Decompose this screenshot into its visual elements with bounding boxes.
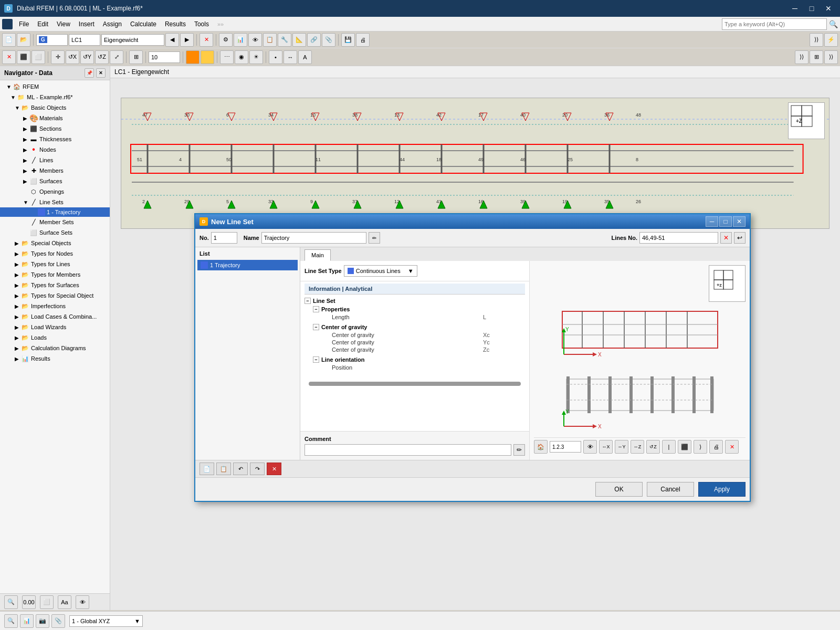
prev-tb-box[interactable]: ⬛ [678, 440, 691, 454]
nav-types-surfaces[interactable]: ▶ 📂 Types for Surfaces [0, 280, 110, 290]
tb2-scale[interactable]: ⤢ [110, 50, 123, 64]
dtb-redo[interactable]: ↷ [250, 463, 265, 475]
tb2-extra2[interactable]: ⟩⟩ [824, 50, 838, 64]
nav-membersets[interactable]: ▶ ╱ Member Sets [0, 217, 110, 227]
tb2-roty[interactable]: ↺Y [80, 50, 94, 64]
menu-view[interactable]: View [52, 18, 75, 30]
lc-number-box[interactable]: LC1 [69, 34, 100, 46]
prev-tb-tx[interactable]: ↔X [599, 440, 613, 454]
cog-expand[interactable]: − [313, 324, 319, 330]
tb2-color1[interactable] [186, 50, 200, 64]
properties-expand[interactable]: − [313, 306, 319, 312]
menu-calculate[interactable]: Calculate [126, 18, 161, 30]
prev-tb-rz[interactable]: ↺Z [646, 440, 660, 454]
dialog-close-btn[interactable]: ✕ [733, 216, 746, 227]
nav-basic-objects[interactable]: ▼ 📂 Basic Objects [0, 102, 110, 113]
bottom-btn1[interactable]: 🔍 [4, 614, 18, 628]
nav-loadcases[interactable]: ▶ 📂 Load Cases & Combina... [0, 311, 110, 322]
nav-loadwizards[interactable]: ▶ 📂 Load Wizards [0, 322, 110, 332]
nav-pin-btn[interactable]: 📌 [85, 68, 94, 78]
tb2-rotx[interactable]: ↺X [66, 50, 79, 64]
nav-types-members[interactable]: ▶ 📂 Types for Members [0, 269, 110, 280]
tb-icon6[interactable]: 📐 [292, 33, 306, 47]
prev-tb-print[interactable]: 🖨 [709, 440, 723, 454]
tb2-rotz[interactable]: ↺Z [95, 50, 109, 64]
name-input[interactable] [261, 232, 366, 244]
nav-members[interactable]: ▶ ✚ Members [0, 165, 110, 176]
tb-open[interactable]: 📂 [17, 33, 30, 47]
no-input[interactable] [211, 232, 237, 244]
nav-trajectory-item[interactable]: ▶ 1 - Trajectory [0, 207, 110, 217]
search-input[interactable] [722, 18, 827, 30]
lineset-expand[interactable]: − [304, 298, 311, 304]
menu-edit[interactable]: Edit [33, 18, 52, 30]
nav-special[interactable]: ▶ 📂 Special Objects [0, 238, 110, 248]
tb2-snap[interactable]: ⊞ [129, 50, 143, 64]
lines-no-input[interactable] [639, 232, 718, 244]
tb-delete[interactable]: ✕ [200, 33, 213, 47]
comment-edit-btn[interactable]: ✏ [513, 444, 525, 456]
menu-insert[interactable]: Insert [75, 18, 99, 30]
tb-icon7[interactable]: 🔗 [307, 33, 321, 47]
tb-next[interactable]: ▶ [180, 33, 194, 47]
tb2-color2[interactable] [201, 50, 214, 64]
tb-icon5[interactable]: 🔧 [278, 33, 291, 47]
tb-new[interactable]: 📄 [2, 33, 16, 47]
nav-imperfections[interactable]: ▶ 📂 Imperfections [0, 301, 110, 311]
tb2-label[interactable]: A [298, 50, 312, 64]
tb2-dim[interactable]: ↔ [284, 50, 297, 64]
prev-tb-scale[interactable]: 1.2.3 [550, 441, 581, 453]
nav-types-nodes[interactable]: ▶ 📂 Types for Nodes [0, 248, 110, 259]
tb2-cube[interactable]: ⬛ [17, 50, 30, 64]
menu-tools[interactable]: Tools [190, 18, 213, 30]
nav-btn1[interactable]: 🔍 [4, 595, 18, 609]
nav-rfem-root[interactable]: ▼ 🏠 RFEM [0, 81, 110, 92]
nav-loads[interactable]: ▶ 📂 Loads [0, 332, 110, 343]
tb-icon1[interactable]: ⚙ [219, 33, 233, 47]
coord-system-dropdown[interactable]: 1 - Global XYZ ▼ [69, 615, 143, 627]
prev-tb-ty[interactable]: ↔Y [615, 440, 628, 454]
nav-thicknesses[interactable]: ▶ ▬ Thicknesses [0, 134, 110, 144]
bottom-btn2[interactable]: 📊 [20, 614, 34, 628]
nav-btn3[interactable]: ⬜ [40, 595, 54, 609]
nav-lines[interactable]: ▶ ╱ Lines [0, 155, 110, 165]
minimize-button[interactable]: ─ [788, 2, 802, 15]
dialog-minimize-btn[interactable]: ─ [706, 216, 718, 227]
dtb-new[interactable]: 📄 [200, 463, 214, 475]
nav-btn5[interactable]: 👁 [76, 595, 89, 609]
tb2-light[interactable]: ☀ [249, 50, 263, 64]
nav-linesets[interactable]: ▼ ╱ Line Sets [0, 197, 110, 207]
tb2-num[interactable]: 10 [149, 51, 180, 63]
tb2-wire[interactable]: ⋯ [220, 50, 234, 64]
lc-name-box[interactable]: Eigengewicht [101, 34, 164, 46]
nav-calc-diagrams[interactable]: ▶ 📂 Calculation Diagrams [0, 343, 110, 353]
apply-button[interactable]: Apply [698, 482, 746, 497]
nav-surfacesets[interactable]: ▶ ⬜ Surface Sets [0, 227, 110, 238]
nav-openings[interactable]: ▶ ⬡ Openings [0, 186, 110, 197]
tb2-nodes[interactable]: • [269, 50, 282, 64]
menu-results[interactable]: Results [161, 18, 190, 30]
dialog-maximize-btn[interactable]: □ [719, 216, 732, 227]
name-edit-btn[interactable]: ✏ [369, 232, 380, 244]
nav-types-lines[interactable]: ▶ 📂 Types for Lines [0, 259, 110, 269]
tb2-render[interactable]: ◉ [235, 50, 248, 64]
tb-icon2[interactable]: 📊 [234, 33, 247, 47]
menu-assign[interactable]: Assign [99, 18, 126, 30]
nav-file-item[interactable]: ▼ 📁 ML - Example.rf6* [0, 92, 110, 102]
dtb-undo[interactable]: ↶ [233, 463, 248, 475]
tb2-move[interactable]: ✛ [51, 50, 65, 64]
ls-type-dropdown[interactable]: Continuous Lines ▼ [344, 265, 417, 277]
tb2-cancel[interactable]: ✕ [2, 50, 16, 64]
tb2-extra1[interactable]: ⟩⟩ [795, 50, 808, 64]
nav-nodes[interactable]: ▶ • Nodes [0, 144, 110, 155]
dtb-delete[interactable]: ✕ [267, 463, 281, 475]
list-item-trajectory[interactable]: 1 Trajectory [197, 260, 298, 270]
canvas-drawing[interactable]: 47 30 6 34 10 38 13 42 17 40 20 36 48 51… [121, 98, 830, 229]
tb-save[interactable]: 💾 [341, 33, 355, 47]
tb-icon8[interactable]: 📎 [322, 33, 335, 47]
nav-materials[interactable]: ▶ 🎨 Materials [0, 113, 110, 123]
tb-print[interactable]: 🖨 [356, 33, 370, 47]
tb2-cube2[interactable]: ⬜ [32, 50, 45, 64]
orientation-expand[interactable]: − [313, 356, 319, 363]
tb2-table[interactable]: ⊞ [810, 50, 823, 64]
